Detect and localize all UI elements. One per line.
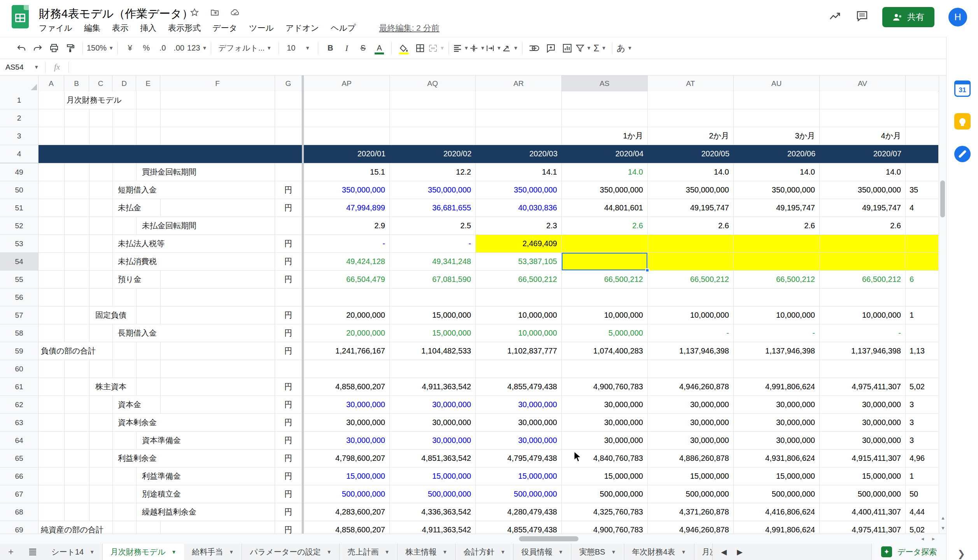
- cell-AP54[interactable]: 49,424,128: [304, 253, 390, 271]
- cell-AU64[interactable]: 30,000,000: [734, 432, 820, 450]
- cell-AU49[interactable]: 14.0: [734, 163, 820, 181]
- row-label-cell[interactable]: 株主資本: [39, 378, 275, 396]
- cell-AU57[interactable]: 10,000,000: [734, 306, 820, 324]
- paint-format-button[interactable]: [62, 40, 79, 56]
- cell-AV53[interactable]: [820, 235, 906, 253]
- row-header-2[interactable]: 2: [0, 109, 39, 127]
- cell-AV67[interactable]: 500,000,000: [820, 485, 906, 503]
- unit-cell[interactable]: [275, 163, 302, 181]
- cell-AR69[interactable]: 4,855,479,438: [476, 521, 562, 534]
- unit-cell[interactable]: [275, 360, 302, 378]
- row-label-cell[interactable]: 資本剰余金: [39, 414, 275, 432]
- menu-file[interactable]: ファイル: [39, 23, 72, 33]
- cell-AV60[interactable]: [820, 360, 906, 378]
- cell-AV49[interactable]: 14.0: [820, 163, 906, 181]
- row-header-64[interactable]: 64: [0, 432, 39, 450]
- cell-AT3[interactable]: 2か月: [648, 127, 734, 145]
- cell-AS57[interactable]: 10,000,000: [562, 306, 648, 324]
- row-header-1[interactable]: 1: [0, 91, 39, 109]
- column-header-AQ[interactable]: AQ: [390, 75, 476, 91]
- cell-AP2[interactable]: [304, 109, 390, 127]
- sheet-tab-menu-icon[interactable]: ▼: [442, 549, 447, 555]
- column-header-AT[interactable]: AT: [648, 75, 734, 91]
- cell-AV64[interactable]: 30,000,000: [820, 432, 906, 450]
- column-header-AR[interactable]: AR: [476, 75, 562, 91]
- cell-AW50-partial[interactable]: 35: [906, 181, 938, 199]
- font-size-select[interactable]: 10▼: [283, 40, 314, 56]
- format-currency-button[interactable]: ¥: [122, 40, 138, 56]
- cell-AP4[interactable]: 2020/01: [304, 145, 390, 163]
- cell-AV4[interactable]: 2020/07: [820, 145, 906, 163]
- cell-AS58[interactable]: 5,000,000: [562, 324, 648, 342]
- column-header-D[interactable]: D: [112, 75, 136, 91]
- cell-AW67-partial[interactable]: 50: [906, 485, 938, 503]
- sheet-tab-7[interactable]: 会計方針▼: [456, 544, 514, 560]
- row-header-63[interactable]: 63: [0, 414, 39, 432]
- sheet-tab-menu-icon[interactable]: ▼: [229, 549, 234, 555]
- sheet-tab-menu-icon[interactable]: ▼: [558, 549, 563, 555]
- row-label-cell[interactable]: 資本金: [39, 396, 275, 414]
- cell-AV61[interactable]: 4,975,411,307: [820, 378, 906, 396]
- unit-cell[interactable]: 円: [275, 396, 302, 414]
- column-header-A[interactable]: A: [39, 75, 64, 91]
- cell-AS3[interactable]: 1か月: [562, 127, 648, 145]
- row-header-69[interactable]: 69: [0, 521, 39, 534]
- cell-AV58[interactable]: -: [820, 324, 906, 342]
- keep-icon[interactable]: [954, 113, 971, 130]
- cell-AT64[interactable]: 30,000,000: [648, 432, 734, 450]
- unit-cell[interactable]: 円: [275, 271, 302, 289]
- cell-AV51[interactable]: 49,195,747: [820, 199, 906, 217]
- cell-AU62[interactable]: 30,000,000: [734, 396, 820, 414]
- cell-AU60[interactable]: [734, 360, 820, 378]
- cell-AS60[interactable]: [562, 360, 648, 378]
- cell-AP64[interactable]: 30,000,000: [304, 432, 390, 450]
- cell-AP56[interactable]: [304, 289, 390, 306]
- column-header-E[interactable]: E: [136, 75, 160, 91]
- star-icon[interactable]: [190, 8, 199, 19]
- cell-AU2[interactable]: [734, 109, 820, 127]
- cell-AS64[interactable]: 30,000,000: [562, 432, 648, 450]
- insert-chart-button[interactable]: [559, 40, 575, 56]
- cell-AU59[interactable]: 1,137,946,398: [734, 342, 820, 360]
- menu-view[interactable]: 表示: [112, 23, 128, 33]
- font-select[interactable]: デフォルト...▼: [215, 40, 275, 56]
- cell-AT58[interactable]: -: [648, 324, 734, 342]
- column-header-B[interactable]: B: [64, 75, 89, 91]
- row-header-52[interactable]: 52: [0, 217, 39, 235]
- sheet-tab-menu-icon[interactable]: ▼: [500, 549, 505, 555]
- row-label-cell[interactable]: 未払消費税: [39, 253, 275, 271]
- cell-AQ66[interactable]: 15,000,000: [390, 467, 476, 485]
- explore-button[interactable]: ✦ データ探索: [871, 544, 946, 560]
- cell-AT60[interactable]: [648, 360, 734, 378]
- cell-AW62-partial[interactable]: 3: [906, 396, 938, 414]
- row-header-68[interactable]: 68: [0, 503, 39, 521]
- row-label-cell[interactable]: 未払法人税等: [39, 235, 275, 253]
- sheet-tab-11[interactable]: 月次財務モデル: [694, 544, 712, 560]
- cell-AV63[interactable]: 30,000,000: [820, 414, 906, 432]
- cell-AW51-partial[interactable]: 4: [906, 199, 938, 217]
- horizontal-align-button[interactable]: ▼: [453, 40, 469, 56]
- move-folder-icon[interactable]: [210, 8, 219, 19]
- sheet-tab-10[interactable]: 年次財務4表▼: [624, 544, 694, 560]
- vertical-scrollbar-thumb[interactable]: [940, 180, 945, 217]
- menu-addons[interactable]: アドオン: [286, 23, 319, 33]
- cell-AR50[interactable]: 350,000,000: [476, 181, 562, 199]
- cell-AT56[interactable]: [648, 289, 734, 306]
- row-header-55[interactable]: 55: [0, 271, 39, 289]
- cell-AU68[interactable]: 4,416,806,624: [734, 503, 820, 521]
- row-header-54[interactable]: 54: [0, 253, 39, 271]
- cell-AU3[interactable]: 3か月: [734, 127, 820, 145]
- row-header-58[interactable]: 58: [0, 324, 39, 342]
- fill-handle[interactable]: [645, 268, 649, 272]
- cell-AP3[interactable]: [304, 127, 390, 145]
- cell-AS67[interactable]: 500,000,000: [562, 485, 648, 503]
- cell-AT63[interactable]: 30,000,000: [648, 414, 734, 432]
- cell-AQ54[interactable]: 49,341,248: [390, 253, 476, 271]
- cell-AS69[interactable]: 4,900,760,783: [562, 521, 648, 534]
- menu-format[interactable]: 表示形式: [168, 23, 201, 33]
- cell-AQ56[interactable]: [390, 289, 476, 306]
- cell-AR55[interactable]: 66,500,212: [476, 271, 562, 289]
- sheets-logo-icon[interactable]: [12, 5, 29, 28]
- cell-AV55[interactable]: 66,500,212: [820, 271, 906, 289]
- sheet-tab-6[interactable]: 株主情報▼: [398, 544, 456, 560]
